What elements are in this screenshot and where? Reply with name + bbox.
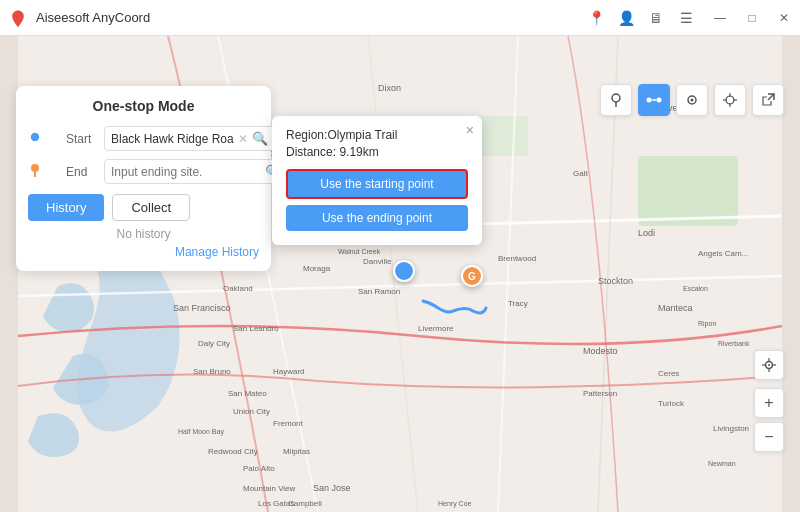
svg-text:Moraga: Moraga	[303, 264, 331, 273]
svg-text:Manteca: Manteca	[658, 303, 693, 313]
svg-point-62	[691, 99, 694, 102]
svg-text:Angels Cam...: Angels Cam...	[698, 249, 748, 258]
svg-text:Oakland: Oakland	[223, 284, 253, 293]
start-input-wrap[interactable]: Black Hawk Ridge Roa ✕ 🔍	[104, 126, 275, 151]
svg-text:Henry Coe: Henry Coe	[438, 500, 472, 508]
svg-text:Mountain View: Mountain View	[243, 484, 296, 493]
svg-text:Lodi: Lodi	[638, 228, 655, 238]
collect-button[interactable]: Collect	[112, 194, 190, 221]
no-history-text: No history	[28, 227, 259, 241]
use-start-point-btn[interactable]: Use the starting point	[286, 169, 468, 199]
end-input-row: End 🔍	[28, 159, 259, 184]
svg-point-63	[726, 96, 734, 104]
svg-text:Stockton: Stockton	[598, 276, 633, 286]
svg-text:Ripon: Ripon	[698, 320, 716, 328]
titlebar: Aiseesoft AnyCoord 📍 👤 🖥 ☰ — □ ✕	[0, 0, 800, 36]
title-actions: 📍 👤 🖥 ☰	[582, 4, 700, 32]
export-btn[interactable]	[752, 84, 784, 116]
route-mode-btn[interactable]	[638, 84, 670, 116]
end-marker: G	[461, 265, 483, 287]
zoom-out-btn[interactable]: −	[754, 422, 784, 452]
start-input-row: Start Black Hawk Ridge Roa ✕ 🔍	[28, 126, 259, 151]
history-collect-row: History Collect	[28, 194, 259, 221]
svg-text:Livermore: Livermore	[418, 324, 454, 333]
zoom-in-btn[interactable]: +	[754, 388, 784, 418]
svg-text:Danville: Danville	[363, 257, 392, 266]
person-action-btn[interactable]: 👤	[612, 4, 640, 32]
svg-text:Galt: Galt	[573, 169, 588, 178]
svg-text:Escalon: Escalon	[683, 285, 708, 292]
maximize-btn[interactable]: □	[736, 2, 768, 34]
svg-text:Modesto: Modesto	[583, 346, 618, 356]
pin-mode-btn[interactable]	[600, 84, 632, 116]
left-panel: One-stop Mode Start Black Hawk Ridge Roa…	[16, 86, 271, 271]
svg-text:Dixon: Dixon	[378, 83, 401, 93]
svg-text:Milpitas: Milpitas	[283, 447, 310, 456]
crosshair-btn[interactable]	[714, 84, 746, 116]
svg-text:Union City: Union City	[233, 407, 270, 416]
svg-text:Half Moon Bay: Half Moon Bay	[178, 428, 224, 436]
start-text-label: Start	[66, 132, 98, 146]
search-start-icon[interactable]: 🔍	[252, 131, 268, 146]
svg-text:Turlock: Turlock	[658, 399, 685, 408]
minimize-btn[interactable]: —	[704, 2, 736, 34]
svg-point-59	[657, 98, 662, 103]
jump-mode-btn[interactable]	[676, 84, 708, 116]
manage-history-link[interactable]: Manage History	[28, 245, 259, 259]
svg-text:San Mateo: San Mateo	[228, 389, 267, 398]
svg-point-56	[31, 164, 39, 172]
svg-text:Ceres: Ceres	[658, 369, 679, 378]
svg-text:Walnut Creek: Walnut Creek	[338, 248, 381, 255]
svg-text:San Francisco: San Francisco	[173, 303, 231, 313]
start-value: Black Hawk Ridge Roa	[111, 132, 234, 146]
svg-text:San Jose: San Jose	[313, 483, 351, 493]
svg-text:Tracy: Tracy	[508, 299, 528, 308]
svg-text:Daly City: Daly City	[198, 339, 230, 348]
location-action-btn[interactable]: 📍	[582, 4, 610, 32]
svg-text:Livingston: Livingston	[713, 424, 749, 433]
svg-point-58	[647, 98, 652, 103]
svg-text:Patterson: Patterson	[583, 389, 617, 398]
svg-line-68	[768, 94, 774, 100]
map-controls-top-right	[600, 84, 784, 116]
svg-text:Riverbank: Riverbank	[718, 340, 750, 347]
svg-text:Hayward: Hayward	[273, 367, 305, 376]
end-input[interactable]	[111, 165, 261, 179]
end-text-label: End	[66, 165, 98, 179]
start-marker	[393, 260, 415, 282]
svg-text:Los Gatos: Los Gatos	[258, 499, 294, 508]
svg-rect-2	[638, 156, 738, 226]
svg-text:Palo Alto: Palo Alto	[243, 464, 275, 473]
menu-action-btn[interactable]: ☰	[672, 4, 700, 32]
svg-text:San Ramon: San Ramon	[358, 287, 400, 296]
close-btn[interactable]: ✕	[768, 2, 800, 34]
popup-distance: Distance: 9.19km	[286, 145, 468, 159]
app-title: Aiseesoft AnyCoord	[36, 10, 582, 25]
svg-text:San Bruno: San Bruno	[193, 367, 231, 376]
map-popup: × Region:Olympia Trail Distance: 9.19km …	[272, 116, 482, 245]
svg-text:Newman: Newman	[708, 460, 736, 467]
svg-point-57	[612, 94, 620, 102]
svg-point-55	[30, 132, 40, 142]
my-location-btn[interactable]	[754, 350, 784, 380]
popup-region: Region:Olympia Trail	[286, 128, 468, 142]
end-label	[28, 163, 60, 180]
use-end-point-btn[interactable]: Use the ending point	[286, 205, 468, 231]
svg-text:Fremont: Fremont	[273, 419, 304, 428]
screen-action-btn[interactable]: 🖥	[642, 4, 670, 32]
map[interactable]: Santa Rosa Dixon Elk Grove Napa Vacavill…	[0, 36, 800, 512]
popup-close-btn[interactable]: ×	[466, 122, 474, 138]
svg-text:Brentwood: Brentwood	[498, 254, 536, 263]
svg-point-70	[768, 364, 770, 366]
svg-text:San Leandro: San Leandro	[233, 324, 279, 333]
map-controls-bottom-right: + −	[754, 350, 784, 452]
panel-title: One-stop Mode	[28, 98, 259, 114]
clear-start-icon[interactable]: ✕	[238, 132, 248, 146]
history-button[interactable]: History	[28, 194, 104, 221]
svg-text:Redwood City: Redwood City	[208, 447, 258, 456]
end-input-wrap[interactable]: 🔍	[104, 159, 288, 184]
start-label	[28, 130, 60, 147]
app-logo	[0, 0, 36, 36]
